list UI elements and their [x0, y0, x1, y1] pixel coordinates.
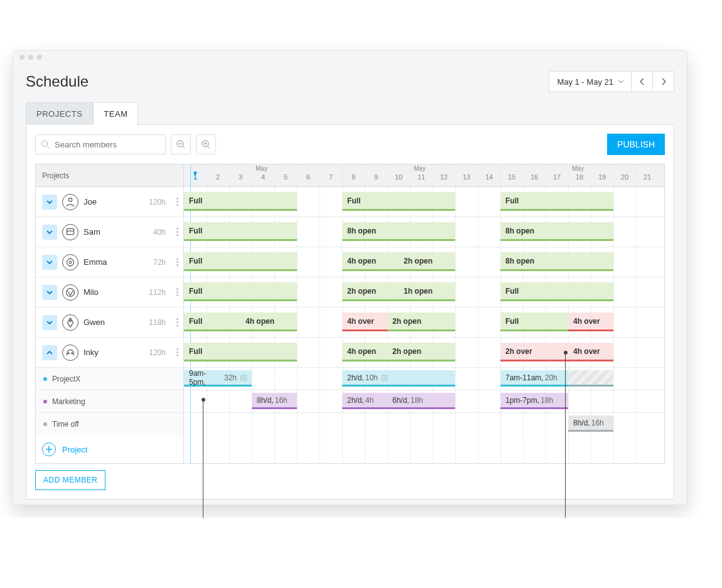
svg-point-13: [69, 261, 72, 264]
schedule-bar[interactable]: 6h/d, 18h: [387, 393, 455, 409]
schedule-bar[interactable]: Full: [184, 313, 240, 331]
schedule-bar[interactable]: 2h over: [500, 343, 568, 361]
avatar: [62, 254, 78, 270]
chevron-down-icon: [46, 321, 53, 324]
more-menu[interactable]: [176, 228, 178, 236]
caret-down-icon: [618, 80, 623, 83]
zoom-in-icon: [201, 139, 211, 149]
expand-toggle[interactable]: [42, 285, 57, 300]
expand-toggle[interactable]: [42, 345, 57, 360]
add-member-button[interactable]: ADD MEMBER: [35, 470, 105, 490]
more-menu[interactable]: [176, 318, 178, 326]
schedule-bar[interactable]: Full: [184, 222, 297, 241]
schedule-bar[interactable]: 4h over: [568, 343, 613, 361]
svg-rect-10: [67, 228, 73, 234]
search-input-wrapper[interactable]: [35, 134, 166, 154]
zoom-out-button[interactable]: [171, 134, 191, 154]
expand-toggle[interactable]: [42, 225, 57, 240]
member-name: Inky: [84, 348, 99, 357]
schedule-bar[interactable]: 1pm-7pm, 18h: [500, 393, 568, 409]
svg-point-17: [70, 319, 72, 321]
schedule-bar[interactable]: Full: [184, 252, 297, 271]
schedule-bar[interactable]: 4h open: [342, 252, 399, 271]
chevron-down-icon: [46, 200, 53, 204]
avatar: [62, 314, 78, 331]
schedule-bar[interactable]: 2h/d, 4h: [342, 393, 387, 409]
publish-button[interactable]: PUBLISH: [607, 134, 665, 155]
schedule-bar[interactable]: 1h open: [399, 282, 455, 301]
search-input[interactable]: [55, 140, 160, 149]
schedule-bar[interactable]: 8h open: [342, 222, 455, 241]
plus-icon: [46, 446, 52, 452]
subrow-name: Time off: [52, 420, 79, 429]
next-button[interactable]: [653, 71, 674, 92]
chevron-right-icon: [661, 78, 666, 85]
expand-toggle[interactable]: [42, 315, 57, 330]
svg-line-1: [47, 146, 49, 148]
member-hours: 112h: [149, 288, 166, 297]
member-hours: 72h: [153, 258, 166, 267]
add-project-label: Project: [62, 445, 87, 454]
schedule-bar[interactable]: 4h open: [342, 343, 387, 361]
svg-point-19: [72, 353, 73, 354]
schedule-bar[interactable]: 7am-11am, 20h: [500, 370, 568, 387]
schedule-bar[interactable]: 2h open: [387, 313, 455, 331]
schedule-bar[interactable]: 9am-5pm, 32h: [184, 370, 252, 387]
schedule-bar[interactable]: Full: [500, 313, 568, 331]
schedule-bar[interactable]: Full: [184, 282, 297, 301]
svg-line-8: [208, 146, 210, 148]
member-hours: 120h: [149, 348, 166, 357]
schedule-bar[interactable]: 8h/d, 16h: [568, 415, 613, 432]
schedule-bar[interactable]: 2h open: [387, 343, 455, 361]
avatar: [62, 345, 78, 361]
tab-projects[interactable]: PROJECTS: [26, 102, 93, 125]
note-icon: [382, 375, 388, 381]
window-titlebar: [13, 51, 687, 63]
schedule-bar[interactable]: Full: [342, 192, 455, 211]
zoom-out-icon: [176, 139, 186, 149]
svg-point-0: [42, 141, 48, 147]
schedule-bar[interactable]: Full: [500, 192, 613, 211]
chevron-left-icon: [640, 78, 645, 85]
schedule-bar[interactable]: 8h open: [500, 252, 613, 271]
member-hours: 120h: [149, 198, 166, 206]
page-title: Schedule: [26, 73, 89, 90]
schedule-bar[interactable]: 4h open: [240, 313, 297, 331]
subrow-name: ProjectX: [52, 375, 80, 383]
schedule-bar[interactable]: 4h over: [342, 313, 387, 331]
expand-toggle[interactable]: [42, 195, 57, 210]
chevron-up-icon: [46, 351, 53, 355]
more-menu[interactable]: [176, 258, 178, 266]
more-menu[interactable]: [176, 288, 178, 296]
svg-point-9: [68, 198, 72, 201]
avatar: [62, 284, 78, 301]
date-range-picker[interactable]: May 1 - May 21: [549, 71, 632, 92]
svg-rect-20: [241, 375, 246, 380]
expand-toggle[interactable]: [42, 255, 57, 270]
project-color-dot: [43, 422, 47, 426]
schedule-bar[interactable]: 4h over: [568, 313, 613, 331]
project-color-dot: [43, 400, 47, 404]
schedule-bar[interactable]: 8h open: [500, 222, 613, 241]
schedule-bar[interactable]: 2h/d, 10h: [342, 370, 455, 387]
schedule-bar[interactable]: [568, 370, 613, 387]
avatar: [62, 224, 78, 240]
zoom-in-button[interactable]: [196, 134, 216, 154]
schedule-bar[interactable]: Full: [500, 282, 613, 301]
svg-point-12: [67, 259, 73, 265]
prev-button[interactable]: [632, 71, 653, 92]
schedule-bar[interactable]: 8h/d, 16h: [252, 393, 297, 409]
more-menu[interactable]: [176, 348, 178, 356]
schedule-bar[interactable]: 2h open: [342, 282, 399, 301]
project-color-dot: [43, 377, 47, 381]
schedule-bar[interactable]: Full: [184, 343, 297, 361]
member-name: Joe: [84, 197, 97, 206]
note-icon: [240, 375, 247, 381]
member-name: Sam: [84, 227, 100, 237]
svg-point-18: [68, 353, 69, 354]
schedule-bar[interactable]: Full: [184, 192, 297, 211]
tab-team[interactable]: TEAM: [93, 102, 138, 125]
schedule-bar[interactable]: 2h open: [399, 252, 455, 271]
more-menu[interactable]: [176, 198, 178, 206]
add-project-button[interactable]: [42, 442, 56, 456]
